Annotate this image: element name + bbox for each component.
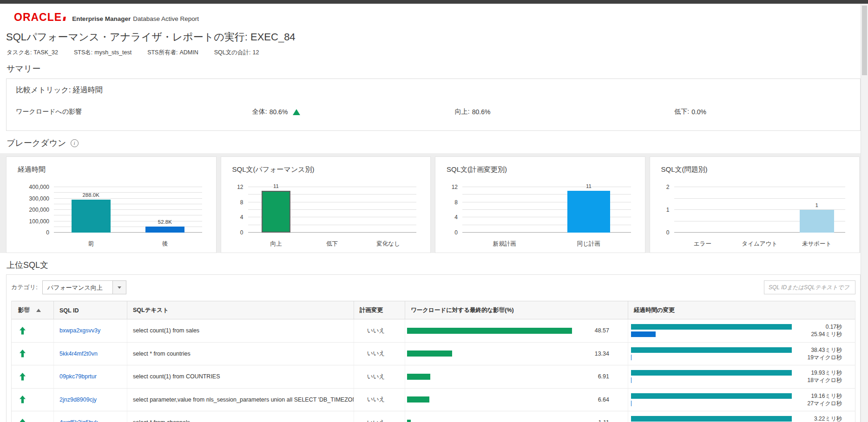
impact-cell (12, 389, 53, 411)
top-sql-title-text: 上位SQL文 (7, 260, 48, 271)
bar-同じ計画[interactable] (567, 191, 610, 233)
column-header-sql-text[interactable]: SQLテキスト (127, 301, 354, 319)
table-row: 5kk4r4mf2t0vnselect * from countriesいいえ1… (12, 343, 855, 366)
x-category-label: 新規計画 (462, 240, 546, 248)
sql-id-link[interactable]: 09pkc79bprtur (59, 373, 97, 380)
meta-value: mysh_sts_test (94, 49, 132, 56)
impact-percent-value: 48.57 (577, 327, 609, 334)
stat-improved-value: 80.6% (472, 108, 491, 116)
plot-grid: 11 (462, 187, 631, 233)
column-header-plan-change[interactable]: 計画変更 (354, 301, 405, 319)
impact-cell (12, 365, 53, 388)
bar-前[interactable] (72, 200, 111, 233)
impact-up-icon (19, 396, 26, 403)
bar-後[interactable] (145, 227, 184, 233)
column-header-workload-impact[interactable]: ワークロードに対する最終的な影響(%) (405, 301, 628, 319)
sql-text-cell: select count(1) from sales (127, 319, 354, 342)
breakdown-title-text: ブレークダウン (7, 137, 66, 149)
plan-change-cell: いいえ (354, 365, 405, 388)
top-sql-table: 影響SQL IDSQLテキスト計画変更ワークロードに対する最終的な影響(%)経過… (11, 301, 855, 422)
stat-overall-label: 全体: (252, 108, 267, 116)
plan-change-value: いいえ (367, 327, 385, 335)
category-label: カテゴリ: (11, 283, 38, 292)
sql-text: select count(1) from COUNTRIES (133, 373, 220, 380)
meta-value: TASK_32 (33, 49, 58, 56)
impact-bar-track (407, 374, 577, 380)
y-tick-label: 100,000 (29, 218, 49, 225)
workload-impact-cell: 1.11 (405, 411, 628, 422)
impact-bar (407, 351, 452, 357)
elapsed-after-label: 18マイクロ秒 (808, 377, 842, 384)
page-title: SQLパフォーマンス・アナライザ・レポートの実行: EXEC_84 (6, 30, 868, 44)
summary-card: 比較メトリック: 経過時間 ワークロードへの影響 全体:80.6%向上:80.6… (6, 78, 861, 131)
elapsed-labels: 38.43ミリ秒19マイクロ秒 (808, 346, 855, 361)
elapsed-before-label: 0.17秒 (811, 323, 842, 331)
y-tick-label: 200,000 (29, 207, 49, 213)
elapsed-before-label: 19.93ミリ秒 (808, 369, 842, 377)
y-tick-label: 1 (666, 207, 670, 213)
plan-change-cell: いいえ (354, 319, 405, 342)
sql-by-plan-change-chart-card: SQL文(計画変更別)1104812新規計画同じ計画 (435, 156, 645, 253)
sql-id-link[interactable]: 4wqf5k3jq5hyk (59, 419, 98, 422)
elapsed-before-bar (631, 347, 792, 353)
workload-impact-label: ワークロードへの影響 (16, 108, 252, 116)
report-type-label: Database Active Report (133, 15, 199, 22)
sql-id-link[interactable]: 2jnz9d8909cjy (59, 396, 97, 403)
elapsed-bars (631, 324, 792, 337)
bar-向上[interactable] (262, 191, 290, 233)
column-header-elapsed-change[interactable]: 経過時間の変更 (628, 301, 855, 319)
info-icon[interactable]: i (71, 139, 79, 147)
sql-id-cell: bxwpa2xgsvv3y (53, 319, 127, 342)
category-dropdown-button[interactable] (113, 280, 126, 294)
impact-cell (12, 319, 53, 342)
x-axis-labels: エラータイムアウト未サポート (674, 240, 846, 249)
breakdown-charts-band: 経過時間288.0K52.8K0100,000200,000300,000400… (0, 153, 868, 253)
bar-value-label: 1 (798, 202, 835, 208)
x-category-label: 前 (54, 240, 128, 248)
sql-id-cell: 2jnz9d8909cjy (53, 389, 127, 411)
bar-value-label: 52.8K (146, 219, 184, 225)
column-header-sql-id[interactable]: SQL ID (53, 301, 127, 319)
elapsed-before-label: 3.22ミリ秒 (808, 415, 842, 422)
stat-overall: 全体:80.6% (252, 108, 455, 116)
chart-title: SQL文(パフォーマンス別) (232, 165, 420, 174)
app-header: ORACLE Enterprise Manager Database Activ… (0, 4, 868, 24)
elapsed-before-label: 38.43ミリ秒 (808, 346, 842, 354)
table-body: bxwpa2xgsvv3yselect count(1) from salesい… (12, 319, 855, 422)
sql-id-link[interactable]: bxwpa2xgsvv3y (59, 327, 100, 334)
stat-regressed-label: 低下: (674, 108, 689, 116)
category-dropdown-value[interactable]: パフォーマンス向上 (42, 280, 113, 294)
x-axis-labels: 前後 (54, 240, 202, 249)
table-row: bxwpa2xgsvv3yselect count(1) from salesい… (12, 319, 855, 343)
window-top-strip (0, 0, 868, 4)
sort-asc-icon (36, 309, 41, 312)
category-dropdown[interactable]: パフォーマンス向上 (42, 280, 126, 294)
workload-impact-cell: 48.57 (405, 319, 628, 342)
chart-title: SQL文(計画変更別) (447, 165, 634, 174)
bar-未サポート[interactable] (800, 210, 834, 233)
impact-bar-track (407, 420, 577, 422)
elapsed-before-bar (631, 393, 792, 399)
elapsed-labels: 0.17秒25.94ミリ秒 (811, 323, 855, 338)
sql-filter-input[interactable] (764, 280, 855, 294)
plot-grid: 1 (674, 187, 846, 233)
chart-plot-area: 288.0K52.8K0100,000200,000300,000400,000… (18, 180, 205, 254)
plan-change-value: いいえ (367, 373, 385, 381)
sql-text: select parameter,value from nls_session_… (133, 396, 354, 403)
sql-id-cell: 09pkc79bprtur (53, 365, 127, 388)
stat-improved-label: 向上: (455, 108, 470, 116)
sql-id-link[interactable]: 5kk4r4mf2t0vn (59, 351, 98, 357)
section-title-top-sql: 上位SQL文 (7, 260, 868, 271)
elapsed-bars (631, 393, 792, 406)
impact-cell (12, 411, 53, 422)
y-axis-labels: 04812 (447, 187, 462, 233)
workload-impact-cell: 13.34 (405, 343, 628, 365)
impact-up-icon (19, 373, 26, 381)
sql-id-cell: 5kk4r4mf2t0vn (53, 343, 127, 365)
vertical-scrollbar[interactable] (861, 4, 868, 422)
elapsed-after-label: 19マイクロ秒 (808, 354, 842, 361)
column-header-impact[interactable]: 影響 (12, 301, 53, 319)
scrollbar-thumb[interactable] (862, 6, 867, 75)
summary-title-text: サマリー (7, 63, 40, 74)
meta-label: SQL文の合計: (214, 49, 251, 56)
